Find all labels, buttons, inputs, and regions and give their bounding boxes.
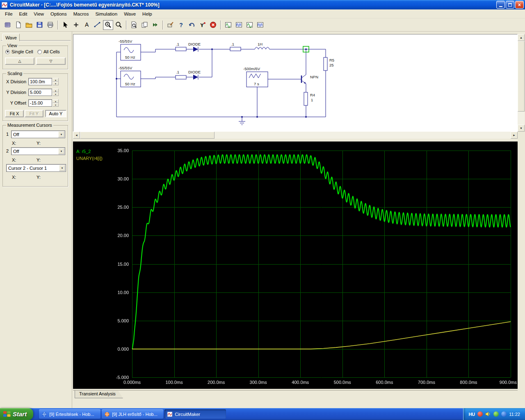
stepper-up-icon[interactable] — [52, 78, 59, 82]
resistor-r5[interactable] — [324, 57, 327, 71]
scroll-right-icon[interactable] — [511, 132, 518, 139]
y-division-stepper[interactable] — [52, 89, 59, 96]
waveform-plot-canvas[interactable] — [73, 142, 518, 389]
menu-item-macros[interactable]: Macros — [70, 10, 92, 18]
chevron-down-icon[interactable] — [58, 148, 64, 154]
schematic-label: -55/55V — [119, 66, 132, 70]
resistor-r4[interactable] — [304, 92, 308, 105]
task-button-web2[interactable]: [9] JLH erősítő - Hob... — [102, 409, 163, 419]
work-area: -55/55V50 Hz-55/55V50 Hz.1DIODE.1DIODE.1… — [72, 32, 525, 408]
add-part-icon[interactable] — [71, 20, 81, 30]
text-tool-icon[interactable] — [82, 20, 92, 30]
network-icon[interactable] — [501, 411, 507, 417]
transistor-npn[interactable] — [301, 75, 306, 84]
resistor-r1[interactable] — [176, 47, 186, 51]
undo-icon[interactable] — [187, 20, 197, 30]
schematic-horizontal-scrollbar[interactable] — [73, 132, 518, 139]
stepper-down-icon[interactable] — [52, 103, 59, 107]
waveform-plot[interactable]: A: r5_2 UNARY(r4[i]) — [73, 142, 518, 389]
run-simulation-icon[interactable] — [150, 20, 160, 30]
shield-icon[interactable] — [477, 411, 483, 417]
open-file-icon[interactable] — [24, 20, 34, 30]
radio-single-cell[interactable]: Single Cell — [5, 49, 33, 54]
triangle-down-icon: ▽ — [50, 59, 52, 63]
task-button-web[interactable]: [9] Értesítések - Hob... — [39, 409, 100, 419]
new-file-icon[interactable] — [13, 20, 23, 30]
volume-icon[interactable] — [485, 411, 491, 417]
scope-digital-icon[interactable] — [234, 20, 244, 30]
scroll-up-icon[interactable] — [518, 34, 525, 41]
fit-x-button[interactable]: Fit X — [5, 110, 24, 117]
diode-d1[interactable] — [193, 47, 198, 52]
diode-d2[interactable] — [193, 75, 198, 80]
wire-tool-icon[interactable] — [92, 20, 103, 30]
scroll-left-icon[interactable] — [73, 132, 80, 139]
probe-y-icon[interactable] — [197, 20, 208, 30]
menu-item-view[interactable]: View — [30, 10, 47, 18]
menu-item-file[interactable]: File — [2, 10, 16, 18]
cursor1-dropdown[interactable]: Off — [11, 130, 65, 138]
y-offset-stepper[interactable] — [52, 99, 59, 107]
x-division-input[interactable] — [28, 78, 52, 85]
vertical-scroll-thumb[interactable] — [518, 41, 525, 112]
resistor-r3[interactable] — [230, 47, 241, 51]
messenger-icon[interactable] — [493, 411, 499, 417]
scope-analog-icon[interactable] — [223, 20, 233, 30]
close-button[interactable]: × — [515, 1, 524, 9]
start-button[interactable]: Start — [0, 408, 33, 420]
inductor-l1[interactable] — [255, 47, 269, 49]
menu-item-wave[interactable]: Wave — [121, 10, 139, 18]
wave-previous-button[interactable]: △ — [5, 57, 34, 65]
wave-next-button[interactable]: ▽ — [36, 57, 66, 65]
scaling-group-label: Scaling — [6, 71, 23, 76]
probe-edit-icon[interactable] — [165, 20, 176, 30]
radio-all-cells-control[interactable] — [37, 50, 42, 54]
print-icon[interactable] — [45, 20, 55, 30]
analysis-tab-strip: Transient Analysis — [73, 390, 518, 399]
y-offset-input[interactable] — [28, 99, 52, 107]
select-arrow-icon[interactable] — [60, 20, 71, 30]
scope-mixed-icon[interactable] — [244, 20, 255, 30]
tab-wave[interactable]: Wave — [2, 34, 20, 41]
y-division-input[interactable] — [28, 89, 52, 96]
help-tool-icon[interactable] — [176, 20, 186, 30]
schematic-vertical-scrollbar[interactable] — [518, 34, 525, 132]
auto-y-button[interactable]: Auto Y — [45, 110, 66, 117]
schematic-canvas[interactable]: -55/55V50 Hz-55/55V50 Hz.1DIODE.1DIODE.1… — [73, 34, 517, 131]
radio-all-cells[interactable]: All Cells — [37, 49, 60, 54]
menu-item-edit[interactable]: Edit — [16, 10, 31, 18]
find-device-icon[interactable] — [129, 20, 139, 30]
x-division-label: X Division — [5, 79, 28, 84]
scope-bus-icon[interactable] — [255, 20, 265, 30]
stepper-down-icon[interactable] — [52, 82, 59, 85]
digital-ic-icon[interactable] — [2, 20, 13, 30]
menu-item-help[interactable]: Help — [139, 10, 155, 18]
menu-item-simulation[interactable]: Simulation — [92, 10, 121, 18]
stepper-up-icon[interactable] — [52, 99, 59, 103]
zoom-select-icon[interactable] — [103, 20, 113, 30]
cursor-diff-dropdown[interactable]: Cursor 2 - Cursor 1 — [6, 164, 66, 172]
scroll-down-icon[interactable] — [518, 125, 525, 132]
stepper-up-icon[interactable] — [52, 89, 59, 92]
chevron-down-icon[interactable] — [59, 165, 65, 171]
cursor2-dropdown[interactable]: Off — [11, 147, 65, 155]
pages-icon[interactable] — [139, 20, 150, 30]
menu-item-options[interactable]: Options — [47, 10, 70, 18]
resistor-r2[interactable] — [176, 75, 186, 79]
x-division-stepper[interactable] — [52, 78, 59, 85]
zoom-tool-icon[interactable] — [114, 20, 124, 30]
chevron-down-icon[interactable] — [58, 131, 64, 137]
stop-simulation-icon[interactable] — [208, 20, 218, 30]
tab-transient-analysis[interactable]: Transient Analysis — [75, 390, 123, 398]
language-indicator[interactable]: HU — [468, 412, 475, 417]
schematic-view[interactable]: -55/55V50 Hz-55/55V50 Hz.1DIODE.1DIODE.1… — [73, 34, 518, 132]
stepper-down-icon[interactable] — [52, 92, 59, 96]
horizontal-scroll-thumb[interactable] — [80, 132, 215, 139]
task-button-active[interactable]: CircuitMaker — [164, 409, 226, 419]
restore-button[interactable] — [506, 1, 514, 9]
fit-y-button[interactable]: Fit Y — [25, 110, 43, 117]
minimize-button[interactable] — [496, 1, 505, 9]
radio-single-cell-control[interactable] — [5, 50, 10, 54]
cursor1-value: Off — [13, 132, 19, 137]
save-icon[interactable] — [34, 20, 45, 30]
